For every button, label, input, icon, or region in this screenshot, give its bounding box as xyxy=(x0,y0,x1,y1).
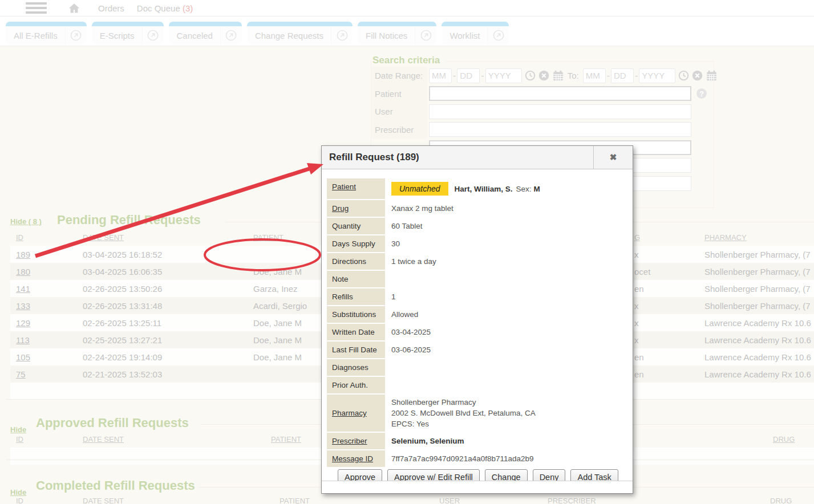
refill-id-link[interactable]: 180 xyxy=(16,267,30,277)
tab-label: Canceled xyxy=(169,26,220,44)
drug-cell-fragment: ocet xyxy=(629,263,699,280)
pharmacy-address: 2002 S. McDowell Blvd Ext, Petaluma, CA xyxy=(391,408,627,418)
close-icon[interactable]: ✖ xyxy=(593,146,633,169)
doc-queue-label: Doc Queue xyxy=(137,3,180,13)
approve-w-edit-refill-button[interactable]: Approve w/ Edit Refill xyxy=(387,469,480,481)
search-criteria-legend: Search criteria xyxy=(372,55,443,66)
quantity-value: 60 Tablet xyxy=(385,218,627,234)
field-prior-auth: Prior Auth. xyxy=(327,377,627,393)
approved-col-drug[interactable]: DRUG xyxy=(767,432,814,448)
drug-cell-fragment: en xyxy=(629,280,699,297)
open-in-new-icon[interactable] xyxy=(415,26,436,44)
deny-button[interactable]: Deny xyxy=(533,469,566,481)
completed-col-user[interactable]: USER xyxy=(434,493,542,504)
pending-hide-link[interactable]: Hide ( 8 ) xyxy=(10,217,42,226)
date-to-year-input[interactable] xyxy=(639,68,675,83)
dialog-body: Patient Unmatched Hart, William, S. Sex:… xyxy=(322,169,633,481)
sex-value: M xyxy=(534,185,540,193)
clear-date-icon[interactable] xyxy=(692,70,703,81)
pending-col-id[interactable]: ID xyxy=(10,230,77,246)
tab-fill-notices[interactable]: Fill Notices xyxy=(358,22,436,44)
patient-search-input[interactable] xyxy=(429,86,691,101)
pending-col-drug-fragment[interactable]: G xyxy=(629,230,699,246)
dialog-header[interactable]: Refill Request (189) ✖ xyxy=(322,146,633,169)
approve-button[interactable]: Approve xyxy=(338,469,382,481)
refill-id-link[interactable]: 105 xyxy=(16,352,30,362)
dialog-actions: Approve Approve w/ Edit Refill Change De… xyxy=(338,469,627,481)
tab-worklist[interactable]: Worklist xyxy=(442,22,509,44)
days-supply-value: 30 xyxy=(385,235,627,252)
calendar-icon[interactable] xyxy=(552,70,564,82)
drug-link[interactable]: Drug xyxy=(327,200,385,217)
note-label: Note xyxy=(327,271,385,287)
tab-label: All E-Refills xyxy=(6,26,65,44)
patient-link[interactable]: Patient xyxy=(327,178,385,199)
drug-value: Xanax 2 mg tablet xyxy=(385,200,627,217)
date-from-day-input[interactable] xyxy=(457,68,480,83)
tab-all-e-refills[interactable]: All E-Refills xyxy=(6,22,87,44)
field-prescriber: Prescriber Selenium, Selenium xyxy=(327,433,627,449)
dialog-footer xyxy=(322,481,633,493)
substitutions-value: Allowed xyxy=(385,306,627,323)
completed-col-patient[interactable]: PATIENT xyxy=(274,493,434,504)
field-last-fill-date: Last Fill Date 03-06-2025 xyxy=(327,342,627,358)
pharmacy-link[interactable]: Pharmacy xyxy=(327,395,385,432)
approved-col-id[interactable]: ID xyxy=(10,432,77,448)
user-search-input[interactable] xyxy=(429,104,691,119)
approved-col-date-sent[interactable]: DATE SENT xyxy=(77,432,265,448)
help-icon[interactable]: ? xyxy=(696,88,707,99)
tab-canceled[interactable]: Canceled xyxy=(169,22,242,44)
open-in-new-icon[interactable] xyxy=(331,26,353,44)
refill-id-link[interactable]: 129 xyxy=(16,318,30,328)
clock-icon[interactable] xyxy=(525,70,536,81)
pending-col-pharmacy[interactable]: PHARMACY xyxy=(699,230,814,246)
refill-id-link[interactable]: 113 xyxy=(16,335,30,345)
completed-col-id[interactable]: ID xyxy=(10,493,77,504)
drug-cell-fragment: x xyxy=(629,297,699,314)
tab-e-scripts[interactable]: E-Scripts xyxy=(92,22,164,44)
tab-change-requests[interactable]: Change Requests xyxy=(247,22,353,44)
field-drug: Drug Xanax 2 mg tablet xyxy=(327,200,627,217)
field-pharmacy: Pharmacy Shollenberger Pharmacy 2002 S. … xyxy=(327,395,627,432)
completed-col-drug[interactable]: DRUG xyxy=(764,493,814,504)
date-range-label: Date Range: xyxy=(371,67,427,85)
date-to-day-input[interactable] xyxy=(611,68,634,83)
doc-queue-count: (3) xyxy=(183,3,193,13)
patient-name: Hart, William, S. xyxy=(455,185,513,193)
written-date-label: Written Date xyxy=(327,324,385,340)
open-in-new-icon[interactable] xyxy=(142,26,164,44)
completed-col-date-sent[interactable]: DATE SENT xyxy=(77,493,274,504)
unmatched-badge: Unmatched xyxy=(391,182,448,196)
add-task-button[interactable]: Add Task xyxy=(570,469,618,481)
date-from-year-input[interactable] xyxy=(485,68,522,83)
date-from-month-input[interactable] xyxy=(429,68,452,83)
calendar-icon[interactable] xyxy=(706,70,718,82)
written-date-value: 03-04-2025 xyxy=(385,324,627,340)
clock-icon[interactable] xyxy=(678,70,689,81)
top-bar: Orders Doc Queue (3) xyxy=(0,0,814,17)
refill-id-link[interactable]: 75 xyxy=(16,369,26,379)
drug-cell-fragment: en xyxy=(629,348,699,365)
nav-doc-queue[interactable]: Doc Queue (3) xyxy=(137,3,193,13)
field-days-supply: Days Supply 30 xyxy=(327,235,627,252)
home-icon[interactable] xyxy=(67,2,81,14)
completed-col-prescriber[interactable]: PRESCRIBER xyxy=(542,493,764,504)
app-root: Orders Doc Queue (3) All E-Refills E-Scr… xyxy=(0,0,814,504)
prescriber-search-input[interactable] xyxy=(429,122,691,137)
refill-id-link[interactable]: 133 xyxy=(16,301,30,311)
message-id-link[interactable]: Message ID xyxy=(327,450,385,467)
hamburger-menu-icon[interactable] xyxy=(26,2,47,14)
open-in-new-icon[interactable] xyxy=(487,26,509,44)
date-to-month-input[interactable] xyxy=(583,68,606,83)
field-patient: Patient Unmatched Hart, William, S. Sex:… xyxy=(327,178,627,199)
refill-id-link[interactable]: 141 xyxy=(16,284,30,294)
open-in-new-icon[interactable] xyxy=(220,26,242,44)
open-in-new-icon[interactable] xyxy=(65,26,87,44)
nav-orders[interactable]: Orders xyxy=(98,3,124,13)
clear-date-icon[interactable] xyxy=(538,70,549,81)
prescriber-link[interactable]: Prescriber xyxy=(327,433,385,449)
refill-id-link[interactable]: 189 xyxy=(16,250,30,259)
change-button[interactable]: Change xyxy=(485,469,528,481)
pending-col-date-sent[interactable]: DATE SENT xyxy=(77,230,248,246)
tab-label: E-Scripts xyxy=(92,26,142,44)
